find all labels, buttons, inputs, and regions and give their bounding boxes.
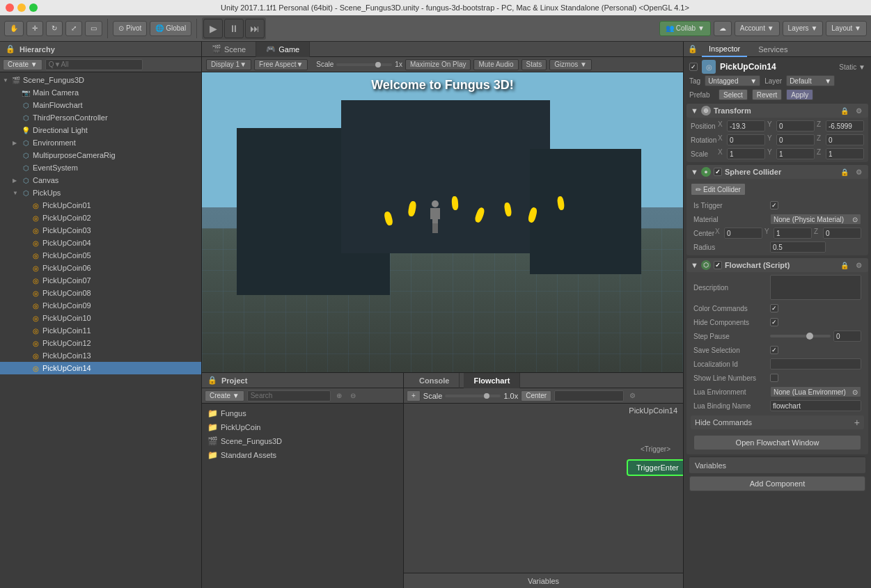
gizmos-button[interactable]: Gizmos ▼ xyxy=(549,59,592,70)
minimize-button[interactable] xyxy=(17,3,26,12)
step-button[interactable]: ⏭ xyxy=(245,19,265,38)
maximize-button[interactable] xyxy=(29,3,38,12)
move-tool-button[interactable]: ✛ xyxy=(26,21,43,36)
console-tab[interactable]: Console xyxy=(409,373,460,388)
mute-button[interactable]: Mute Audio xyxy=(473,59,518,70)
hierarchy-item-coin13[interactable]: ◎ PickUpCoin13 xyxy=(0,349,201,362)
is-trigger-checkbox[interactable] xyxy=(770,201,778,209)
cx-input[interactable] xyxy=(724,228,762,239)
hierarchy-item-eventsystem[interactable]: ⬡ EventSystem xyxy=(0,161,201,174)
hierarchy-item-environment[interactable]: ▶ ⬡ Environment xyxy=(0,136,201,149)
transform-lock-icon[interactable]: 🔒 xyxy=(839,105,850,116)
flowchart-add-button[interactable]: + xyxy=(407,390,421,402)
tag-dropdown[interactable]: Untagged ▼ xyxy=(705,75,760,86)
transform-gear-icon[interactable]: ⚙ xyxy=(853,105,864,116)
game-tab[interactable]: 🎮 Game xyxy=(256,42,310,57)
flowchart-settings-icon[interactable]: ⚙ xyxy=(627,390,638,402)
flowchart-variables-bar[interactable]: Variables xyxy=(404,573,683,588)
static-label[interactable]: Static ▼ xyxy=(839,63,865,71)
flowchart-center-button[interactable]: Center xyxy=(521,390,551,402)
flowchart-tab[interactable]: Flowchart xyxy=(464,373,520,388)
stats-button[interactable]: Stats xyxy=(521,59,547,70)
hierarchy-item-coin14[interactable]: ◎ PickUpCoin14 xyxy=(0,362,201,374)
maximize-button[interactable]: Maximize On Play xyxy=(405,59,471,70)
rot-x-input[interactable] xyxy=(727,134,765,145)
global-button[interactable]: 🌐 Global xyxy=(150,21,191,36)
flowchart-script-enabled[interactable] xyxy=(714,261,722,269)
hierarchy-item-coin12[interactable]: ◎ PickUpCoin12 xyxy=(0,337,201,349)
hierarchy-item-dirlight[interactable]: 💡 Directional Light xyxy=(0,124,201,136)
pos-y-input[interactable] xyxy=(776,120,815,132)
flowchart-scale-slider[interactable] xyxy=(445,395,501,397)
account-button[interactable]: Account ▼ xyxy=(735,21,780,36)
inspector-variables-bar[interactable]: Variables xyxy=(689,456,865,473)
hierarchy-item-scene[interactable]: ▼ 🎬 Scene_Fungus3D xyxy=(0,74,201,86)
flowchart-script-gear-icon[interactable]: ⚙ xyxy=(853,260,864,271)
hierarchy-item-maincamera[interactable]: 📷 Main Camera xyxy=(0,86,201,99)
cy-input[interactable] xyxy=(774,228,812,239)
scale-z-input[interactable] xyxy=(826,148,864,159)
layout-button[interactable]: Layout ▼ xyxy=(826,21,867,36)
rotate-tool-button[interactable]: ↻ xyxy=(46,21,63,36)
hierarchy-item-canvas[interactable]: ▶ ⬡ Canvas xyxy=(0,174,201,186)
pivot-button[interactable]: ⊙ Pivot xyxy=(113,21,147,36)
project-item-fungus[interactable]: 📁 Fungus xyxy=(205,406,400,420)
lua-binding-name-input[interactable] xyxy=(770,400,861,411)
layers-button[interactable]: Layers ▼ xyxy=(783,21,824,36)
step-pause-slider[interactable] xyxy=(770,335,831,337)
hide-commands-bar[interactable]: Hide Commands + xyxy=(691,415,864,429)
open-flowchart-button[interactable]: Open Flowchart Window xyxy=(693,435,861,450)
hierarchy-item-coin11[interactable]: ◎ PickUpCoin11 xyxy=(0,324,201,337)
hierarchy-item-coin02[interactable]: ◎ PickUpCoin02 xyxy=(0,212,201,224)
cloud-button[interactable]: ☁ xyxy=(714,21,732,36)
display-button[interactable]: Display 1 ▼ xyxy=(206,59,251,70)
close-button[interactable] xyxy=(6,3,14,12)
radius-input[interactable] xyxy=(770,241,826,253)
project-search-input[interactable] xyxy=(247,390,331,402)
add-component-button[interactable]: Add Component xyxy=(689,476,865,491)
rect-tool-button[interactable]: ▭ xyxy=(85,21,102,36)
description-input[interactable] xyxy=(770,275,861,300)
sphere-collider-gear-icon[interactable]: ⚙ xyxy=(853,166,864,177)
step-pause-input[interactable] xyxy=(833,331,861,342)
save-selection-checkbox[interactable] xyxy=(770,346,778,354)
project-item-standard[interactable]: 📁 Standard Assets xyxy=(205,448,400,462)
aspect-button[interactable]: Free Aspect ▼ xyxy=(254,59,308,70)
sphere-collider-header[interactable]: ▼ ● Sphere Collider 🔒 ⚙ xyxy=(686,165,868,179)
project-expand-icon[interactable]: ⊕ xyxy=(334,390,345,402)
hierarchy-item-coin01[interactable]: ◎ PickUpCoin01 xyxy=(0,199,201,212)
object-name[interactable]: PickUpCoin14 xyxy=(720,62,835,72)
localization-id-input[interactable] xyxy=(770,358,861,370)
hierarchy-item-mainflowchart[interactable]: ⬡ MainFlowchart xyxy=(0,99,201,111)
inspector-tab[interactable]: Inspector xyxy=(702,42,747,57)
project-create-button[interactable]: Create ▼ xyxy=(205,390,244,402)
edit-collider-button[interactable]: ✏ Edit Collider xyxy=(691,183,746,196)
object-active-checkbox[interactable] xyxy=(689,63,698,71)
rot-z-input[interactable] xyxy=(826,134,864,145)
hierarchy-item-thirdperson[interactable]: ⬡ ThirdPersonController xyxy=(0,111,201,124)
pos-x-input[interactable] xyxy=(727,120,765,132)
revert-button[interactable]: Revert xyxy=(752,89,782,100)
hierarchy-item-coin08[interactable]: ◎ PickUpCoin08 xyxy=(0,287,201,299)
hierarchy-item-coin06[interactable]: ◎ PickUpCoin06 xyxy=(0,262,201,274)
hierarchy-item-coin04[interactable]: ◎ PickUpCoin04 xyxy=(0,237,201,249)
color-commands-checkbox[interactable] xyxy=(770,304,778,312)
flowchart-search-input[interactable] xyxy=(554,390,624,402)
scale-x-input[interactable] xyxy=(727,148,765,159)
hierarchy-item-coin07[interactable]: ◎ PickUpCoin07 xyxy=(0,274,201,287)
pos-z-input[interactable] xyxy=(826,120,864,132)
apply-button[interactable]: Apply xyxy=(786,89,813,100)
play-button[interactable]: ▶ xyxy=(203,19,223,38)
select-button[interactable]: Select xyxy=(719,89,748,100)
collab-button[interactable]: 👥 Collab ▼ xyxy=(659,21,711,36)
hierarchy-search-input[interactable] xyxy=(45,59,143,70)
sphere-collider-lock-icon[interactable]: 🔒 xyxy=(839,166,850,177)
flowchart-script-lock-icon[interactable]: 🔒 xyxy=(839,260,850,271)
flowchart-script-header[interactable]: ▼ ⬡ Flowchart (Script) 🔒 ⚙ xyxy=(686,258,868,272)
transform-header[interactable]: ▼ ⊕ Transform 🔒 ⚙ xyxy=(686,104,868,118)
scale-tool-button[interactable]: ⤢ xyxy=(65,21,82,36)
hierarchy-item-coin10[interactable]: ◎ PickUpCoin10 xyxy=(0,312,201,324)
lua-environment-dropdown[interactable]: None (Lua Environmer) ⊙ xyxy=(770,386,861,397)
hierarchy-item-pickups[interactable]: ▼ ⬡ PickUps xyxy=(0,186,201,199)
project-item-scene[interactable]: 🎬 Scene_Fungus3D xyxy=(205,434,400,448)
